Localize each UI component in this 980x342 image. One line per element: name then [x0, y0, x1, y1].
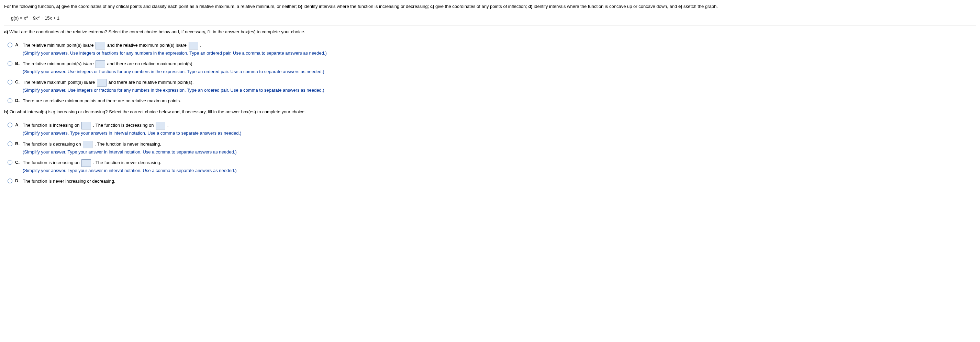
choice-text: The relative minimum point(s) is/are [23, 62, 95, 66]
answer-input-b-A-dec[interactable] [156, 122, 165, 130]
question-b-label: b) [4, 109, 8, 114]
choice-b-D: D. The function is never increasing or d… [8, 178, 976, 185]
intro-b: identify intervals where the function is… [302, 4, 430, 9]
part-b-label: b) [298, 4, 302, 9]
choice-hint: (Simplify your answer. Type your answer … [23, 149, 976, 155]
intro-a: give the coordinates of any critical poi… [60, 4, 298, 9]
choice-text: The function is increasing on [23, 160, 81, 165]
part-e-label: e) [678, 4, 682, 9]
choice-a-D: D. There are no relative minimum points … [8, 98, 976, 105]
part-a-label: a) [56, 4, 60, 9]
choice-letter: B. [15, 141, 21, 147]
question-a-label: a) [4, 29, 8, 34]
question-b-text: On what interval(s) is g increasing or d… [8, 109, 305, 114]
radio-b-D[interactable] [8, 179, 13, 184]
choice-text: The function is decreasing on [23, 141, 82, 147]
answer-input-b-B-dec[interactable] [83, 141, 92, 148]
problem-intro: For the following function, a) give the … [4, 3, 976, 10]
choice-a-B: B. The relative minimum point(s) is/are … [8, 60, 976, 75]
choice-text: The function is never increasing or decr… [23, 178, 976, 185]
choice-text: . [166, 123, 169, 128]
choice-letter: A. [15, 42, 21, 48]
radio-a-D[interactable] [8, 98, 13, 103]
choice-a-A: A. The relative minimum point(s) is/are … [8, 42, 976, 56]
intro-d: identify intervals where the function is… [533, 4, 678, 9]
answer-input-b-C-inc[interactable] [81, 159, 91, 167]
choice-letter: C. [15, 79, 21, 85]
choice-text: The function is increasing on [23, 123, 81, 128]
choice-text: . The function is never increasing. [93, 141, 161, 147]
choice-text: The relative maximum point(s) is/are [23, 80, 96, 85]
radio-b-A[interactable] [8, 123, 13, 127]
intro-prefix: For the following function, [4, 4, 56, 9]
radio-b-C[interactable] [8, 160, 13, 165]
question-a-text: What are the coordinates of the relative… [8, 29, 305, 34]
function-expression: g(x) = x3 − 9x2 + 15x + 1 [11, 14, 976, 22]
choice-text: . The function is decreasing on [92, 123, 155, 128]
choice-a-C: C. The relative maximum point(s) is/are … [8, 79, 976, 93]
part-c-label: c) [430, 4, 434, 9]
answer-input-a-B-min[interactable] [95, 60, 105, 68]
choice-hint: (Simplify your answer. Type your answer … [23, 168, 976, 174]
question-a: a) What are the coordinates of the relat… [4, 29, 976, 35]
choice-text: The relative minimum point(s) is/are [23, 43, 95, 48]
choice-hint: (Simplify your answers. Use integers or … [23, 50, 976, 56]
divider [4, 25, 976, 25]
choice-text: and there are no relative maximum point(… [106, 62, 194, 66]
choice-letter: D. [15, 98, 21, 104]
question-b: b) On what interval(s) is g increasing o… [4, 109, 976, 115]
intro-c: give the coordinates of any points of in… [434, 4, 528, 9]
choice-letter: C. [15, 159, 21, 166]
choice-text: There are no relative minimum points and… [23, 98, 976, 105]
answer-input-a-A-min[interactable] [95, 42, 105, 49]
choice-text: . The function is never decreasing. [92, 160, 161, 165]
intro-e: sketch the graph. [682, 4, 718, 9]
part-d-label: d) [528, 4, 532, 9]
radio-b-B[interactable] [8, 141, 13, 146]
choice-letter: B. [15, 60, 21, 66]
choice-hint: (Simplify your answer. Use integers or f… [23, 87, 976, 93]
choice-b-C: C. The function is increasing on . The f… [8, 159, 976, 174]
radio-a-B[interactable] [8, 61, 13, 66]
answer-input-a-C-max[interactable] [97, 79, 107, 87]
choice-letter: D. [15, 178, 21, 184]
choice-hint: (Simplify your answer. Use integers or f… [23, 69, 976, 75]
choice-b-A: A. The function is increasing on . The f… [8, 122, 976, 136]
choice-b-B: B. The function is decreasing on . The f… [8, 141, 976, 155]
choice-hint: (Simplify your answers. Type your answer… [23, 130, 976, 136]
choice-letter: A. [15, 122, 21, 128]
choice-text: . [199, 43, 201, 48]
choice-text: and there are no relative minimum point(… [107, 80, 194, 85]
radio-a-A[interactable] [8, 43, 13, 48]
radio-a-C[interactable] [8, 80, 13, 84]
answer-input-b-A-inc[interactable] [81, 122, 91, 130]
answer-input-a-A-max[interactable] [189, 42, 198, 49]
choice-text: and the relative maximum point(s) is/are [106, 43, 188, 48]
